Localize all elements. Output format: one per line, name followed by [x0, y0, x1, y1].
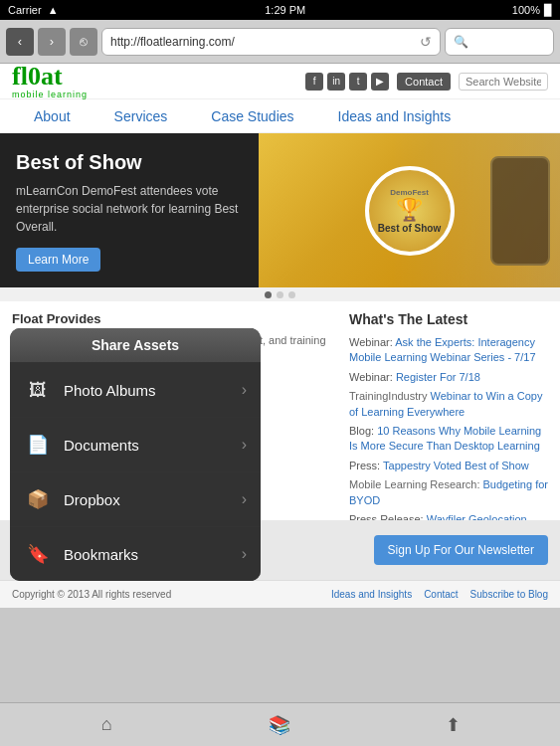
chevron-right-icon: ›	[242, 381, 247, 399]
twitter-icon[interactable]: t	[349, 73, 367, 91]
top-right: f in t ▶ Contact	[305, 73, 548, 91]
wifi-icon: ▲	[48, 4, 59, 16]
provides-heading: Float Provides	[12, 311, 335, 326]
forward-button[interactable]: ›	[38, 28, 66, 56]
hero-right: DemoFest 🏆 Best of Show	[259, 133, 560, 287]
chevron-right-icon-4: ›	[242, 545, 247, 563]
footer-link-ideas[interactable]: Ideas and Insights	[331, 589, 412, 600]
documents-icon: 📄	[24, 431, 52, 459]
badge-icon: 🏆	[396, 197, 423, 223]
dropbox-label: Dropbox	[64, 491, 242, 508]
bookmarks-button[interactable]: 📚	[262, 707, 297, 743]
time-display: 1:29 PM	[265, 4, 305, 16]
footer-link-contact[interactable]: Contact	[424, 589, 458, 600]
latest-item: Blog: 10 Reasons Why Mobile Learning Is …	[349, 424, 548, 455]
demofest-badge: DemoFest 🏆 Best of Show	[365, 166, 455, 256]
youtube-icon[interactable]: ▶	[371, 73, 389, 91]
site-logo: fl0at	[12, 64, 88, 90]
refresh-icon[interactable]: ↺	[420, 34, 432, 50]
whats-latest: What's The Latest Webinar: Ask the Exper…	[349, 311, 548, 510]
url-bar[interactable]: http://floatlearning.com/ ↺	[101, 28, 441, 56]
bookmarks-label: Bookmarks	[64, 546, 242, 563]
chevron-right-icon-2: ›	[242, 436, 247, 454]
badge-main: Best of Show	[378, 223, 441, 234]
learn-more-button[interactable]: Learn More	[16, 248, 100, 272]
nav-services[interactable]: Services	[93, 99, 190, 132]
nav-about[interactable]: About	[12, 99, 93, 132]
latest-item: Webinar: Ask the Experts: Interagency Mo…	[349, 335, 548, 366]
hero-section: Best of Show mLearnCon DemoFest attendee…	[0, 133, 560, 287]
latest-item: Mobile Learning Research: Budgeting for …	[349, 477, 548, 508]
battery-icon: ▉	[544, 4, 552, 17]
dot-3[interactable]	[288, 291, 295, 298]
site-search-input[interactable]	[459, 73, 548, 91]
status-bar: Carrier ▲ 1:29 PM 100% ▉	[0, 0, 560, 20]
status-left: Carrier ▲	[8, 4, 59, 16]
copyright-text: Copyright © 2013 All rights reserved	[12, 589, 171, 600]
logo-wrap: fl0at mobile learning	[12, 64, 88, 99]
dropbox-icon: 📦	[24, 485, 52, 513]
tagline: mobile learning	[12, 90, 88, 99]
hero-description: mLearnCon DemoFest attendees vote enterp…	[16, 182, 243, 236]
dot-2[interactable]	[277, 291, 283, 298]
url-text: http://floatlearning.com/	[110, 35, 235, 49]
dot-1[interactable]	[265, 291, 272, 298]
linkedin-icon[interactable]: in	[327, 73, 345, 91]
footer-link-subscribe[interactable]: Subscribe to Blog	[470, 589, 548, 600]
hero-title: Best of Show	[16, 151, 243, 174]
contact-button[interactable]: Contact	[397, 73, 451, 91]
top-bar: fl0at mobile learning f in t ▶ Contact	[0, 64, 560, 99]
search-icon: 🔍	[454, 35, 468, 49]
browser-chrome: ‹ › ⎋ http://floatlearning.com/ ↺ 🔍	[0, 20, 560, 64]
hero-left: Best of Show mLearnCon DemoFest attendee…	[0, 133, 259, 287]
modal-item-documents[interactable]: 📄 Documents ›	[10, 418, 261, 472]
modal-header: Share Assets	[10, 328, 261, 363]
footer: Copyright © 2013 All rights reserved Ide…	[0, 580, 560, 608]
facebook-icon[interactable]: f	[305, 73, 323, 91]
latest-item: Press: Tappestry Voted Best of Show	[349, 459, 548, 473]
home-button[interactable]: ⌂	[89, 707, 124, 743]
battery-label: 100%	[512, 4, 540, 16]
nav-case-studies[interactable]: Case Studies	[189, 99, 315, 132]
photo-albums-label: Photo Albums	[64, 382, 242, 399]
main-nav: About Services Case Studies Ideas and In…	[0, 99, 560, 133]
modal-item-dropbox[interactable]: 📦 Dropbox ›	[10, 472, 261, 527]
badge-title: DemoFest	[390, 188, 429, 197]
footer-links: Ideas and Insights Contact Subscribe to …	[331, 589, 548, 600]
phone-mockup	[490, 156, 550, 266]
ios-toolbar: ⌂ 📚 ⬆	[0, 702, 560, 746]
share-button[interactable]: ⎋	[70, 28, 97, 56]
back-button[interactable]: ‹	[6, 28, 34, 56]
modal-item-bookmarks[interactable]: 🔖 Bookmarks ›	[10, 527, 261, 581]
latest-heading: What's The Latest	[349, 311, 548, 327]
share-assets-modal: Share Assets 🖼 Photo Albums › 📄 Document…	[10, 328, 261, 581]
documents-label: Documents	[64, 437, 242, 454]
latest-item: TrainingIndustry Webinar to Win a Copy o…	[349, 389, 548, 420]
chevron-right-icon-3: ›	[242, 490, 247, 508]
social-icons: f in t ▶	[305, 73, 389, 91]
status-right: 100% ▉	[512, 4, 552, 17]
signup-button[interactable]: Sign Up For Our Newsletter	[374, 535, 548, 565]
nav-ideas-insights[interactable]: Ideas and Insights	[316, 99, 473, 132]
latest-item: Press Release: Wayfiler Geolocation App	[349, 512, 548, 520]
hero-dots	[0, 287, 560, 301]
modal-item-photo-albums[interactable]: 🖼 Photo Albums ›	[10, 363, 261, 418]
latest-item: Webinar: Register For 7/18	[349, 370, 548, 385]
bookmarks-icon: 🔖	[24, 540, 52, 568]
carrier-label: Carrier	[8, 4, 42, 16]
share-action-button[interactable]: ⬆	[436, 707, 471, 743]
browser-search-bar[interactable]: 🔍	[445, 28, 554, 56]
photo-albums-icon: 🖼	[24, 376, 52, 404]
